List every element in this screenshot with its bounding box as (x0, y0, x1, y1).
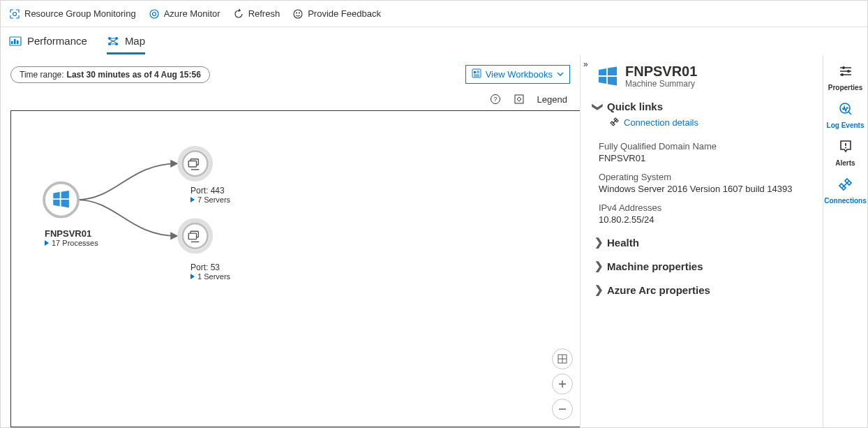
workbook-icon (472, 68, 481, 80)
section-azure-arc-properties[interactable]: ❯ Azure Arc properties (594, 281, 811, 299)
map-node-port-label: Port: 443 (190, 186, 230, 195)
section-title: Quick links (607, 101, 663, 112)
cmd-resource-group-monitoring[interactable]: Resource Group Monitoring (9, 8, 136, 20)
svg-point-1 (150, 10, 158, 18)
svg-point-11 (115, 37, 118, 40)
map-node-servers[interactable]: 1 Servers (190, 272, 230, 281)
alerts-icon (838, 139, 853, 156)
details-subtitle: Machine Summary (625, 79, 697, 89)
cmd-refresh[interactable]: Refresh (233, 8, 280, 20)
svg-point-30 (847, 70, 850, 73)
chevron-down-icon: ❯ (592, 103, 604, 110)
section-title: Azure Arc properties (607, 284, 710, 296)
svg-point-29 (842, 66, 845, 69)
user-array-icon[interactable] (514, 94, 525, 105)
cmd-azure-monitor[interactable]: Azure Monitor (149, 8, 220, 20)
link-connection-details[interactable]: Connection details (610, 117, 698, 128)
connections-plug-icon (838, 177, 853, 194)
os-label: Operating System (599, 172, 811, 182)
zoom-fit-button[interactable] (552, 348, 573, 369)
workbooks-label: View Workbooks (486, 69, 553, 80)
chevron-down-icon (557, 69, 564, 80)
windows-icon (597, 66, 618, 87)
zoom-in-button[interactable] (552, 374, 573, 394)
rail-alerts[interactable]: Alerts (823, 139, 867, 167)
details-title: FNPSVR01 (625, 64, 697, 79)
ip-label: IPv4 Addresses (599, 202, 811, 213)
svg-rect-27 (188, 233, 196, 239)
svg-rect-9 (17, 40, 19, 44)
tab-map[interactable]: Map (107, 27, 145, 54)
svg-rect-18 (515, 95, 523, 103)
time-range-pill[interactable]: Time range: Last 30 minutes as of 4 Aug … (10, 66, 210, 83)
map-node-title: FNPSVR01 (45, 228, 98, 239)
ip-value: 10.80.2.55/24 (599, 214, 811, 225)
cmd-label: Provide Feedback (308, 8, 381, 19)
map-node-machine[interactable]: FNPSVR01 17 Processes (45, 228, 98, 247)
section-quick-links[interactable]: ❯ Quick links (594, 97, 811, 115)
svg-rect-23 (188, 161, 196, 167)
cmd-label: Azure Monitor (164, 8, 220, 19)
rail-label: Connections (824, 197, 867, 205)
command-bar: Resource Group Monitoring Azure Monitor … (1, 1, 867, 27)
svg-rect-8 (14, 39, 16, 44)
map-node-servers[interactable]: 7 Servers (190, 195, 230, 204)
chevron-right-icon: ❯ (594, 260, 601, 272)
svg-point-2 (152, 12, 156, 15)
tab-performance[interactable]: Performance (9, 27, 87, 54)
cmd-provide-feedback[interactable]: Provide Feedback (292, 8, 381, 20)
cmd-label: Refresh (248, 8, 280, 19)
rail-label: Log Events (827, 121, 865, 129)
connections-icon (610, 117, 620, 128)
expand-triangle-icon (190, 197, 195, 202)
legend-label[interactable]: Legend (537, 94, 567, 105)
rail-label: Alerts (835, 159, 855, 167)
tab-label: Map (125, 35, 145, 47)
cmd-label: Resource Group Monitoring (24, 8, 136, 19)
svg-point-31 (841, 73, 844, 76)
rail-properties[interactable]: Properties (823, 64, 867, 91)
map-node-port-53[interactable]: Port: 53 1 Servers (190, 263, 230, 281)
tab-label: Performance (27, 35, 87, 47)
svg-point-0 (13, 12, 17, 15)
fqdn-label: Fully Qualified Domain Name (599, 141, 811, 152)
log-events-icon (838, 101, 853, 119)
map-node-processes[interactable]: 17 Processes (45, 239, 98, 247)
azure-monitor-icon (149, 8, 160, 20)
smiley-icon (292, 8, 304, 20)
chevron-right-icon: ❯ (594, 236, 601, 249)
section-title: Health (607, 237, 639, 249)
map-canvas[interactable]: FNPSVR01 17 Processes Port: 443 7 Server… (10, 110, 580, 427)
svg-point-13 (115, 43, 118, 45)
svg-rect-7 (11, 41, 13, 44)
collapse-panel-button[interactable]: » (583, 59, 588, 69)
target-icon (9, 8, 20, 20)
svg-point-10 (108, 37, 111, 40)
details-panel: » FNPSVR01 Machine Summary ❯ (580, 55, 823, 427)
svg-point-12 (108, 43, 111, 45)
map-graph-icon (107, 35, 119, 47)
svg-point-5 (299, 13, 300, 13)
chevron-right-icon: ❯ (594, 283, 601, 296)
rail-label: Properties (828, 84, 862, 91)
zoom-out-button[interactable] (552, 399, 573, 420)
svg-rect-15 (474, 71, 476, 73)
rail-log-events[interactable]: Log Events (823, 101, 867, 129)
map-node-port-443[interactable]: Port: 443 7 Servers (190, 186, 230, 204)
time-range-value: Last 30 minutes as of 4 Aug 15:56 (67, 70, 201, 80)
section-health[interactable]: ❯ Health (594, 233, 811, 251)
refresh-icon (233, 8, 244, 20)
svg-text:?: ? (493, 96, 497, 103)
rail-connections[interactable]: Connections (823, 177, 867, 205)
view-workbooks-button[interactable]: View Workbooks (465, 65, 570, 84)
expand-triangle-icon (45, 240, 49, 246)
link-label: Connection details (624, 117, 698, 128)
performance-chart-icon (9, 35, 22, 47)
svg-point-3 (294, 10, 302, 18)
expand-triangle-icon (190, 274, 195, 279)
section-machine-properties[interactable]: ❯ Machine properties (594, 257, 811, 275)
help-icon[interactable]: ? (490, 94, 501, 105)
time-range-label: Time range: (20, 70, 64, 80)
properties-sliders-icon (838, 64, 853, 81)
zoom-controls (552, 348, 573, 420)
